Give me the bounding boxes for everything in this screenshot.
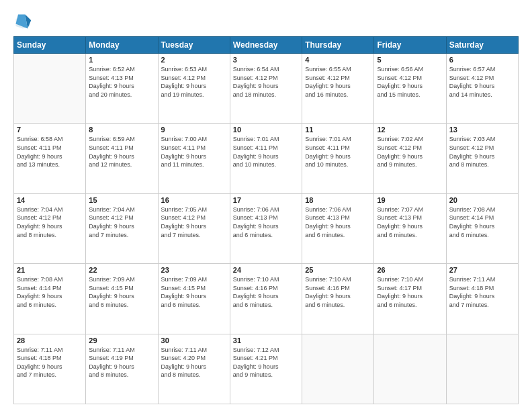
- weekday-header-tuesday: Tuesday: [158, 37, 230, 54]
- calendar-cell: 24Sunrise: 7:10 AMSunset: 4:16 PMDayligh…: [230, 264, 302, 334]
- calendar-cell: 27Sunrise: 7:11 AMSunset: 4:18 PMDayligh…: [446, 264, 518, 334]
- calendar-cell: 28Sunrise: 7:11 AMSunset: 4:18 PMDayligh…: [14, 334, 86, 404]
- day-info: Sunrise: 6:54 AMSunset: 4:12 PMDaylight:…: [233, 65, 299, 99]
- day-info: Sunrise: 6:58 AMSunset: 4:11 PMDaylight:…: [17, 135, 83, 169]
- day-number: 18: [305, 196, 371, 204]
- day-info: Sunrise: 6:53 AMSunset: 4:12 PMDaylight:…: [161, 65, 227, 99]
- weekday-header-row: SundayMondayTuesdayWednesdayThursdayFrid…: [14, 37, 519, 54]
- calendar-week-row: 14Sunrise: 7:04 AMSunset: 4:12 PMDayligh…: [14, 193, 519, 263]
- day-number: 31: [233, 336, 299, 345]
- day-info: Sunrise: 7:12 AMSunset: 4:21 PMDaylight:…: [233, 346, 299, 379]
- day-number: 30: [161, 336, 227, 345]
- day-info: Sunrise: 7:01 AMSunset: 4:11 PMDaylight:…: [233, 135, 299, 169]
- weekday-header-monday: Monday: [86, 37, 158, 54]
- calendar-cell: 14Sunrise: 7:04 AMSunset: 4:12 PMDayligh…: [14, 193, 86, 263]
- day-number: 28: [17, 336, 83, 345]
- day-number: 6: [449, 56, 515, 64]
- day-info: Sunrise: 7:11 AMSunset: 4:18 PMDaylight:…: [17, 346, 83, 379]
- day-number: 26: [377, 266, 443, 274]
- day-number: 24: [233, 266, 299, 274]
- calendar-cell: 11Sunrise: 7:01 AMSunset: 4:11 PMDayligh…: [302, 124, 374, 193]
- day-info: Sunrise: 7:05 AMSunset: 4:12 PMDaylight:…: [161, 205, 227, 239]
- day-number: 11: [305, 126, 371, 134]
- day-number: 13: [449, 126, 515, 134]
- calendar-cell: [446, 334, 518, 404]
- day-info: Sunrise: 7:00 AMSunset: 4:11 PMDaylight:…: [161, 135, 227, 169]
- weekday-header-wednesday: Wednesday: [230, 37, 302, 54]
- calendar-cell: 16Sunrise: 7:05 AMSunset: 4:12 PMDayligh…: [158, 193, 230, 263]
- calendar-week-row: 28Sunrise: 7:11 AMSunset: 4:18 PMDayligh…: [14, 334, 519, 404]
- day-number: 19: [377, 196, 443, 204]
- calendar-cell: 22Sunrise: 7:09 AMSunset: 4:15 PMDayligh…: [86, 264, 158, 334]
- day-info: Sunrise: 7:09 AMSunset: 4:15 PMDaylight:…: [89, 275, 154, 309]
- calendar-cell: 3Sunrise: 6:54 AMSunset: 4:12 PMDaylight…: [230, 54, 302, 124]
- calendar-cell: 15Sunrise: 7:04 AMSunset: 4:12 PMDayligh…: [86, 193, 158, 263]
- calendar-cell: [14, 54, 86, 124]
- calendar-table: SundayMondayTuesdayWednesdayThursdayFrid…: [13, 36, 519, 404]
- weekday-header-saturday: Saturday: [446, 37, 518, 54]
- day-number: 10: [233, 126, 299, 134]
- day-number: 23: [161, 266, 227, 274]
- calendar-cell: 23Sunrise: 7:09 AMSunset: 4:15 PMDayligh…: [158, 264, 230, 334]
- calendar-cell: 8Sunrise: 6:59 AMSunset: 4:11 PMDaylight…: [86, 124, 158, 193]
- day-info: Sunrise: 7:11 AMSunset: 4:20 PMDaylight:…: [161, 346, 227, 379]
- weekday-header-sunday: Sunday: [14, 37, 86, 54]
- calendar-cell: 7Sunrise: 6:58 AMSunset: 4:11 PMDaylight…: [14, 124, 86, 193]
- day-info: Sunrise: 7:04 AMSunset: 4:12 PMDaylight:…: [89, 205, 154, 239]
- calendar-cell: 19Sunrise: 7:07 AMSunset: 4:13 PMDayligh…: [374, 193, 446, 263]
- day-info: Sunrise: 7:11 AMSunset: 4:18 PMDaylight:…: [449, 275, 515, 309]
- day-number: 17: [233, 196, 299, 204]
- day-info: Sunrise: 6:59 AMSunset: 4:11 PMDaylight:…: [89, 135, 154, 169]
- day-info: Sunrise: 7:10 AMSunset: 4:16 PMDaylight:…: [305, 275, 371, 309]
- day-number: 12: [377, 126, 443, 134]
- day-number: 1: [89, 56, 154, 64]
- day-number: 3: [233, 56, 299, 64]
- calendar-cell: 2Sunrise: 6:53 AMSunset: 4:12 PMDaylight…: [158, 54, 230, 124]
- weekday-header-thursday: Thursday: [302, 37, 374, 54]
- calendar-cell: 20Sunrise: 7:08 AMSunset: 4:14 PMDayligh…: [446, 193, 518, 263]
- calendar-cell: [374, 334, 446, 404]
- calendar-week-row: 7Sunrise: 6:58 AMSunset: 4:11 PMDaylight…: [14, 124, 519, 193]
- calendar-cell: 26Sunrise: 7:10 AMSunset: 4:17 PMDayligh…: [374, 264, 446, 334]
- day-number: 15: [89, 196, 154, 204]
- day-info: Sunrise: 7:09 AMSunset: 4:15 PMDaylight:…: [161, 275, 227, 309]
- calendar-cell: 4Sunrise: 6:55 AMSunset: 4:12 PMDaylight…: [302, 54, 374, 124]
- calendar-cell: 30Sunrise: 7:11 AMSunset: 4:20 PMDayligh…: [158, 334, 230, 404]
- day-info: Sunrise: 6:56 AMSunset: 4:12 PMDaylight:…: [377, 65, 443, 99]
- calendar-cell: 9Sunrise: 7:00 AMSunset: 4:11 PMDaylight…: [158, 124, 230, 193]
- calendar-cell: 21Sunrise: 7:08 AMSunset: 4:14 PMDayligh…: [14, 264, 86, 334]
- header: [13, 12, 519, 31]
- calendar-cell: 18Sunrise: 7:06 AMSunset: 4:13 PMDayligh…: [302, 193, 374, 263]
- day-number: 9: [161, 126, 227, 134]
- day-info: Sunrise: 7:01 AMSunset: 4:11 PMDaylight:…: [305, 135, 371, 169]
- day-info: Sunrise: 7:06 AMSunset: 4:13 PMDaylight:…: [305, 205, 371, 239]
- day-info: Sunrise: 6:52 AMSunset: 4:13 PMDaylight:…: [89, 65, 154, 99]
- calendar-week-row: 1Sunrise: 6:52 AMSunset: 4:13 PMDaylight…: [14, 54, 519, 124]
- calendar-week-row: 21Sunrise: 7:08 AMSunset: 4:14 PMDayligh…: [14, 264, 519, 334]
- day-number: 21: [17, 266, 83, 274]
- day-number: 25: [305, 266, 371, 274]
- day-number: 4: [305, 56, 371, 64]
- day-info: Sunrise: 7:04 AMSunset: 4:12 PMDaylight:…: [17, 205, 83, 239]
- day-info: Sunrise: 6:55 AMSunset: 4:12 PMDaylight:…: [305, 65, 371, 99]
- day-number: 22: [89, 266, 154, 274]
- logo: [13, 12, 35, 31]
- day-number: 27: [449, 266, 515, 274]
- day-number: 20: [449, 196, 515, 204]
- day-info: Sunrise: 7:07 AMSunset: 4:13 PMDaylight:…: [377, 205, 443, 239]
- weekday-header-friday: Friday: [374, 37, 446, 54]
- calendar-cell: 25Sunrise: 7:10 AMSunset: 4:16 PMDayligh…: [302, 264, 374, 334]
- day-info: Sunrise: 7:10 AMSunset: 4:17 PMDaylight:…: [377, 275, 443, 309]
- day-number: 2: [161, 56, 227, 64]
- day-number: 7: [17, 126, 83, 134]
- calendar-cell: 17Sunrise: 7:06 AMSunset: 4:13 PMDayligh…: [230, 193, 302, 263]
- day-number: 8: [89, 126, 154, 134]
- day-number: 29: [89, 336, 154, 345]
- day-number: 16: [161, 196, 227, 204]
- calendar-cell: 13Sunrise: 7:03 AMSunset: 4:12 PMDayligh…: [446, 124, 518, 193]
- logo-icon: [13, 12, 32, 31]
- day-number: 5: [377, 56, 443, 64]
- day-info: Sunrise: 7:02 AMSunset: 4:12 PMDaylight:…: [377, 135, 443, 169]
- day-info: Sunrise: 7:10 AMSunset: 4:16 PMDaylight:…: [233, 275, 299, 309]
- calendar-cell: 29Sunrise: 7:11 AMSunset: 4:19 PMDayligh…: [86, 334, 158, 404]
